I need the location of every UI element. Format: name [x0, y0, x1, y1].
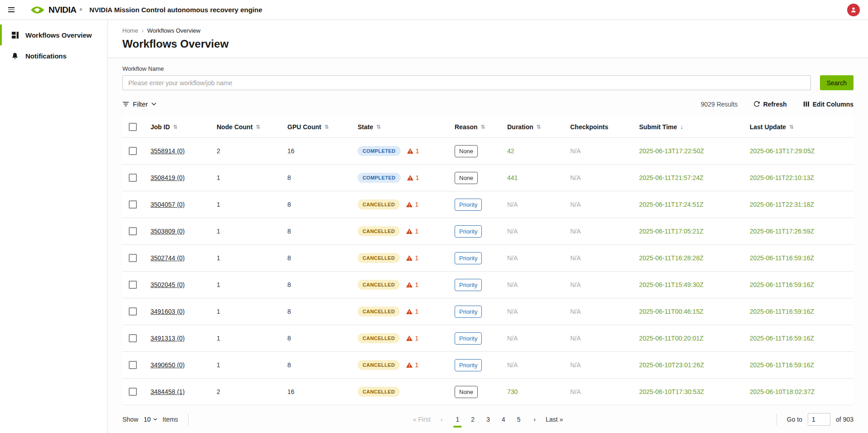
column-label: Last Update — [750, 123, 786, 131]
row-checkbox[interactable] — [129, 388, 137, 396]
job-id-link[interactable]: 3558914 (0) — [150, 147, 185, 155]
row-checkbox[interactable] — [129, 147, 137, 155]
breadcrumb-current: Workflows Overview — [147, 27, 201, 34]
job-id-link[interactable]: 3491313 (0) — [150, 335, 185, 342]
job-id-link[interactable]: 3508419 (0) — [150, 174, 185, 181]
warning-indicator: 1 — [406, 335, 418, 342]
sidebar-item-label: Workflows Overview — [25, 31, 92, 39]
last-update-value: 2025-06-11T16:59:16Z — [750, 308, 814, 315]
job-id-link[interactable]: 3504057 (0) — [150, 201, 185, 208]
pager: « First ‹ 12345 › Last » — [409, 413, 567, 426]
workflow-search-input[interactable] — [122, 75, 811, 90]
column-label: Node Count — [217, 123, 252, 131]
row-checkbox[interactable] — [129, 227, 137, 235]
page-button-4[interactable]: 4 — [498, 413, 509, 426]
table-row: 3502744 (0)18CANCELLED1PriorityN/AN/A202… — [122, 245, 853, 272]
page-button-2[interactable]: 2 — [467, 413, 479, 426]
job-id-cell: 3508419 (0) — [150, 174, 217, 181]
sort-updown-icon[interactable]: ⇅ — [376, 124, 381, 130]
duration-cell: N/A — [507, 281, 570, 288]
node-count-cell: 1 — [217, 335, 287, 342]
top-bar: NVIDIA® NVIDIA Mission Control autonomou… — [0, 0, 868, 20]
sort-updown-icon[interactable]: ⇅ — [537, 124, 541, 130]
checkpoints-value: N/A — [570, 228, 581, 235]
job-id-link[interactable]: 3502744 (0) — [150, 254, 185, 262]
state-badge: COMPLETED — [358, 146, 401, 156]
duration-value: 42 — [507, 147, 514, 155]
sort-updown-icon[interactable]: ⇅ — [256, 124, 260, 130]
sidebar-item-workflows-overview[interactable]: Workflows Overview — [0, 24, 107, 45]
gpu-count-cell: 8 — [287, 281, 358, 288]
sort-desc-icon[interactable]: ↓ — [680, 123, 684, 130]
page-button-1[interactable]: 1 — [451, 413, 463, 426]
refresh-button[interactable]: Refresh — [753, 101, 787, 108]
row-checkbox-cell — [122, 334, 150, 342]
job-id-link[interactable]: 3502045 (0) — [150, 281, 185, 288]
items-label: Items — [163, 416, 178, 423]
state-cell: CANCELLED1 — [358, 307, 455, 316]
row-checkbox[interactable] — [129, 281, 137, 289]
goto-page-input[interactable] — [808, 413, 830, 426]
row-checkbox[interactable] — [129, 254, 137, 262]
column-header-checkpoints[interactable]: Checkpoints — [570, 123, 639, 131]
search-button[interactable]: Search — [820, 75, 853, 90]
sidebar-item-notifications[interactable]: Notifications — [0, 45, 107, 66]
previous-page-button[interactable]: ‹ — [437, 413, 446, 426]
sort-updown-icon[interactable]: ⇅ — [173, 124, 178, 130]
double-chevron-left-icon: « — [413, 416, 417, 423]
row-checkbox[interactable] — [129, 361, 137, 369]
breadcrumb-home[interactable]: Home — [122, 27, 138, 34]
column-header-submit-time[interactable]: Submit Time↓ — [639, 123, 750, 131]
submit-time-value: 2025-06-11T21:57:24Z — [639, 174, 703, 181]
last-page-button[interactable]: Last » — [542, 413, 567, 426]
column-header-state[interactable]: State⇅ — [358, 123, 455, 131]
warning-count: 1 — [416, 147, 419, 155]
job-id-link[interactable]: 3484458 (1) — [150, 388, 185, 395]
page-button-5[interactable]: 5 — [513, 413, 525, 426]
job-id-link[interactable]: 3503809 (0) — [150, 228, 185, 235]
sort-updown-icon[interactable]: ⇅ — [789, 124, 794, 130]
warning-count: 1 — [415, 201, 418, 208]
column-label: Checkpoints — [570, 123, 608, 131]
row-checkbox[interactable] — [129, 307, 137, 316]
next-page-button[interactable]: › — [530, 413, 539, 426]
duration-cell: N/A — [507, 308, 570, 315]
select-all-checkbox[interactable] — [129, 123, 137, 131]
column-header-reason[interactable]: Reason⇅ — [455, 123, 507, 131]
sort-updown-icon[interactable]: ⇅ — [325, 124, 329, 130]
row-checkbox[interactable] — [129, 334, 137, 342]
checkpoints-value: N/A — [570, 361, 581, 369]
filter-button[interactable]: Filter — [122, 100, 156, 108]
column-header-last-update[interactable]: Last Update⇅ — [750, 123, 853, 131]
user-avatar[interactable] — [847, 4, 860, 16]
sort-updown-icon[interactable]: ⇅ — [481, 124, 485, 130]
column-header-job-id[interactable]: Job ID⇅ — [150, 123, 217, 131]
warning-triangle-icon — [407, 148, 413, 154]
column-header-duration[interactable]: Duration⇅ — [507, 123, 570, 131]
first-page-label: First — [418, 416, 430, 423]
filter-icon — [122, 101, 129, 107]
row-checkbox[interactable] — [129, 200, 137, 209]
table-row: 3504057 (0)18CANCELLED1PriorityN/AN/A202… — [122, 191, 853, 218]
first-page-button[interactable]: « First — [409, 413, 434, 426]
column-label: Submit Time — [639, 123, 677, 131]
state-badge: CANCELLED — [358, 307, 400, 316]
submit-time-cell: 2025-06-10T23:01:26Z — [639, 361, 750, 369]
job-id-link[interactable]: 3490650 (0) — [150, 361, 185, 369]
page-size-select[interactable]: 10 — [144, 416, 157, 423]
submit-time-value: 2025-06-10T23:01:26Z — [639, 361, 704, 369]
nvidia-logo: NVIDIA® — [30, 5, 82, 15]
job-id-cell: 3503809 (0) — [150, 228, 217, 235]
column-header-gpu-count[interactable]: GPU Count⇅ — [287, 123, 358, 131]
row-checkbox[interactable] — [129, 174, 137, 182]
hamburger-menu-icon[interactable] — [8, 5, 18, 15]
column-header-node-count[interactable]: Node Count⇅ — [217, 123, 287, 131]
page-button-3[interactable]: 3 — [482, 413, 494, 426]
warning-triangle-icon — [406, 282, 412, 287]
reason-chip: None — [455, 145, 478, 157]
last-update-value: 2025-06-11T22:10:13Z — [750, 174, 814, 181]
duration-value: 441 — [507, 174, 518, 181]
edit-columns-button[interactable]: Edit Columns — [803, 101, 853, 108]
last-update-cell: 2025-06-10T18:02:37Z — [750, 388, 853, 395]
job-id-link[interactable]: 3491603 (0) — [150, 308, 185, 315]
